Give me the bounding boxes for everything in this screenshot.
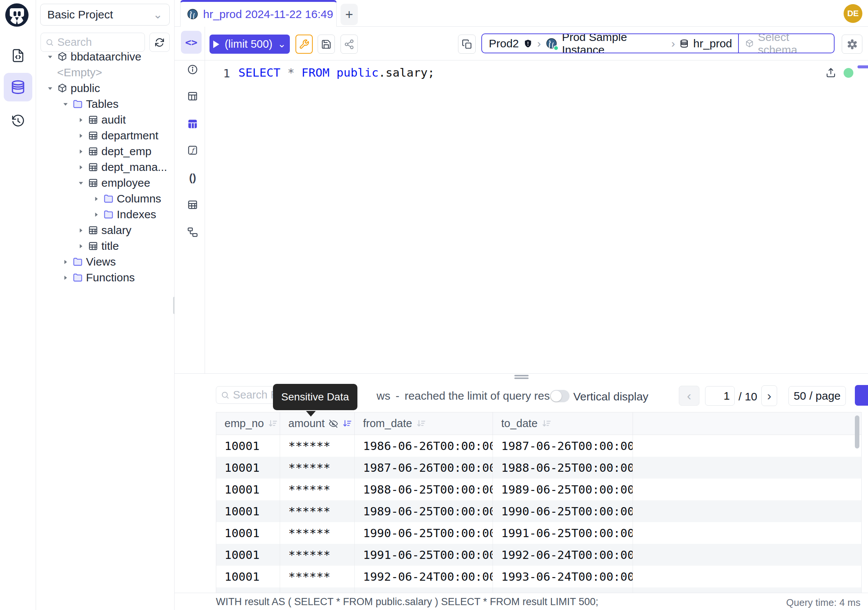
er-diagram-icon[interactable] (187, 226, 198, 239)
caret-down-icon (77, 180, 85, 186)
tree-item-bbdataarchive[interactable]: bbdataarchive (36, 49, 175, 65)
tree-item-functions[interactable]: Functions (36, 270, 175, 286)
tree-item-dept-emp[interactable]: dept_emp (36, 143, 175, 159)
schema-cube-icon (745, 39, 754, 48)
sql-token: SELECT (239, 66, 281, 79)
table-icon (88, 241, 98, 251)
database-nav-active[interactable] (4, 73, 32, 101)
panel-splitter[interactable] (175, 374, 868, 380)
column-header-to_date[interactable]: to_date (493, 413, 633, 435)
connection-status-dot (843, 68, 853, 78)
table-cell: 1986-06-26T00:00:00Z (355, 435, 493, 457)
parentheses-icon[interactable]: () (187, 171, 198, 184)
worksheet-icon[interactable] (11, 48, 25, 63)
table-row[interactable]: 10001******1986-06-26T00:00:00Z1987-06-2… (216, 435, 861, 457)
tree-item-audit[interactable]: audit (36, 112, 175, 128)
column-header-emp_no[interactable]: emp_no (216, 413, 280, 435)
history-icon[interactable] (11, 114, 25, 128)
vertical-display-toggle[interactable] (550, 390, 570, 402)
tree-item-dept-mana[interactable]: dept_mana... (36, 159, 175, 175)
executed-sql-text: WITH result AS ( SELECT * FROM public.sa… (216, 596, 598, 608)
sort-icon[interactable] (268, 418, 278, 428)
table-cell: 1991-06-25T00:00:00Z (355, 544, 493, 566)
column-header-amount[interactable]: amount (280, 413, 355, 435)
share-button[interactable] (341, 34, 358, 54)
tree-item-indexes[interactable]: Indexes (36, 206, 175, 222)
page-size-select[interactable]: 50 / page (788, 386, 846, 406)
table-cell: ****** (280, 435, 355, 457)
bytebase-logo-icon[interactable] (5, 3, 29, 27)
vertical-display-label: Vertical display (573, 390, 648, 403)
sql-editor-pane[interactable]: ƒ () 1 SELECT * FROM public.salary; (175, 61, 868, 374)
sort-icon[interactable] (541, 418, 552, 428)
line-number: 1 (219, 67, 230, 80)
connection-breadcrumb[interactable]: Prod2 › Prod Sample Instance › hr_prod (481, 33, 835, 53)
tree-item-label: Functions (86, 271, 135, 284)
export-button[interactable] (825, 67, 837, 78)
table-cell: ****** (280, 478, 355, 500)
table-grid-icon[interactable] (187, 198, 198, 211)
eye-off-icon[interactable] (329, 419, 338, 428)
admin-mode-button[interactable] (296, 34, 313, 54)
table-row[interactable]: 10001******1990-06-25T00:00:00Z1991-06-2… (216, 522, 861, 544)
column-header-from_date[interactable]: from_date (355, 413, 493, 435)
next-page-button[interactable]: › (761, 385, 777, 406)
results-edge-button[interactable] (855, 385, 868, 406)
tree-item-views[interactable]: Views (36, 254, 175, 270)
table-row[interactable]: 10001******1991-06-25T00:00:00Z1992-06-2… (216, 544, 861, 566)
sort-icon[interactable] (342, 418, 352, 428)
sort-icon[interactable] (416, 418, 426, 428)
grid-body: 10001******1986-06-26T00:00:00Z1987-06-2… (216, 435, 861, 593)
table-cell: 1988-06-25T00:00:00Z (355, 478, 493, 500)
info-icon[interactable] (187, 63, 198, 76)
table-info-icon[interactable] (187, 90, 198, 102)
page-number-input[interactable] (705, 386, 735, 406)
sql-code-line[interactable]: SELECT * FROM public.salary; (239, 66, 435, 79)
tree-item-empty[interactable]: <Empty> (36, 65, 175, 81)
tree-item-public[interactable]: public (36, 81, 175, 96)
upload-icon (825, 67, 837, 78)
batch-query-button[interactable] (458, 34, 476, 54)
project-selector[interactable]: Basic Project ⌄ (40, 4, 170, 26)
tree-item-columns[interactable]: Columns (36, 191, 175, 206)
tree-item-tables[interactable]: Tables (36, 96, 175, 112)
prev-page-button[interactable]: ‹ (679, 386, 699, 406)
table-row[interactable]: 10001******1993-06-24T00:00:00Z1994-06-2… (216, 587, 861, 593)
tooltip-caret-icon (306, 411, 316, 416)
function-icon[interactable]: ƒ (187, 144, 198, 157)
tree-item-salary[interactable]: salary (36, 222, 175, 238)
schema-sidebar: Basic Project ⌄ bbdataarchive<Empty>publ… (36, 0, 175, 610)
masked-table-icon[interactable] (187, 118, 198, 130)
table-row[interactable]: 10001******1987-06-26T00:00:00Z1988-06-2… (216, 457, 861, 478)
tree-item-employee[interactable]: employee (36, 175, 175, 191)
run-query-button[interactable]: (limit 500) ⌄ (209, 34, 290, 54)
editor-scrollbar-thumb[interactable] (857, 65, 868, 68)
table-cell: 10001 (216, 544, 280, 566)
database-icon (10, 79, 26, 95)
table-row[interactable]: 10001******1989-06-25T00:00:00Z1990-06-2… (216, 500, 861, 522)
sidebar-search-input[interactable] (57, 36, 140, 48)
table-cell (633, 500, 861, 522)
editor-toolbar: <> (limit 500) ⌄ (175, 27, 868, 61)
save-button[interactable] (318, 34, 335, 54)
code-icon: <> (185, 36, 197, 48)
schema-selector[interactable]: Select schema (739, 34, 834, 53)
new-tab-button[interactable]: + (341, 4, 358, 25)
environment-name: Prod2 (489, 37, 519, 50)
grid-scrollbar-thumb[interactable] (855, 416, 859, 449)
code-panel-toggle[interactable]: <> (181, 31, 202, 54)
notice-separator: - (396, 390, 400, 402)
table-row[interactable]: 10001******1988-06-25T00:00:00Z1989-06-2… (216, 478, 861, 500)
user-avatar[interactable]: DE (843, 4, 862, 23)
tree-item-title[interactable]: title (36, 238, 175, 254)
table-icon (88, 130, 98, 141)
ai-assistant-button[interactable] (842, 34, 862, 54)
folder-icon (73, 99, 83, 109)
table-row[interactable]: 10001******1992-06-24T00:00:00Z1993-06-2… (216, 566, 861, 587)
column-name: to_date (501, 417, 538, 430)
sensitive-data-tooltip: Sensitive Data (273, 384, 357, 410)
tree-item-department[interactable]: department (36, 128, 175, 143)
avatar-initials: DE (847, 9, 859, 19)
caret-right-icon (61, 259, 70, 265)
tab-hr-prod[interactable]: hr_prod 2024-11-22 16:49 (180, 0, 337, 27)
